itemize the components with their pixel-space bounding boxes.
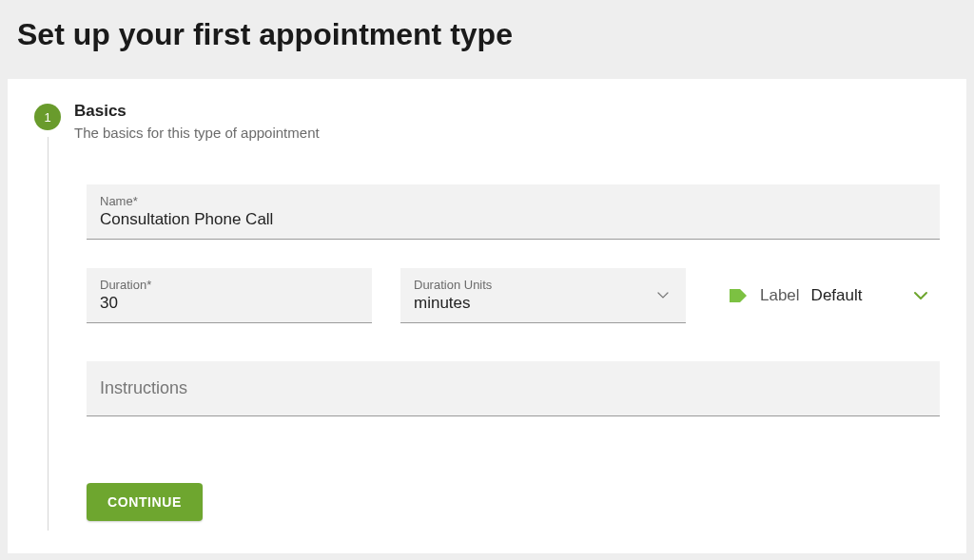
instructions-input[interactable]: [100, 378, 926, 398]
label-select-field[interactable]: Label Default: [714, 268, 938, 323]
duration-units-value: minutes: [414, 294, 492, 313]
setup-card: 1 Basics The basics for this type of app…: [8, 79, 966, 553]
duration-label: Duration*: [100, 278, 359, 292]
label-select-label: Label: [760, 286, 800, 305]
step-subtitle: The basics for this type of appointment: [74, 125, 320, 141]
label-select-value: Default: [811, 286, 863, 305]
name-input[interactable]: [100, 210, 926, 229]
tag-icon: [728, 287, 749, 304]
instructions-field[interactable]: [87, 361, 940, 416]
chevron-down-icon: [913, 291, 928, 300]
name-label: Name*: [100, 194, 926, 208]
duration-units-field[interactable]: Duration Units minutes: [400, 268, 686, 323]
step-title: Basics: [74, 102, 320, 121]
dropdown-caret-icon: [657, 289, 669, 302]
step-number-badge: 1: [34, 104, 61, 130]
duration-units-label: Duration Units: [414, 278, 492, 292]
page-title: Set up your first appointment type: [17, 17, 957, 52]
duration-input[interactable]: [100, 294, 359, 313]
continue-button[interactable]: CONTINUE: [87, 483, 203, 521]
name-field[interactable]: Name*: [87, 184, 940, 240]
duration-field[interactable]: Duration*: [87, 268, 372, 323]
